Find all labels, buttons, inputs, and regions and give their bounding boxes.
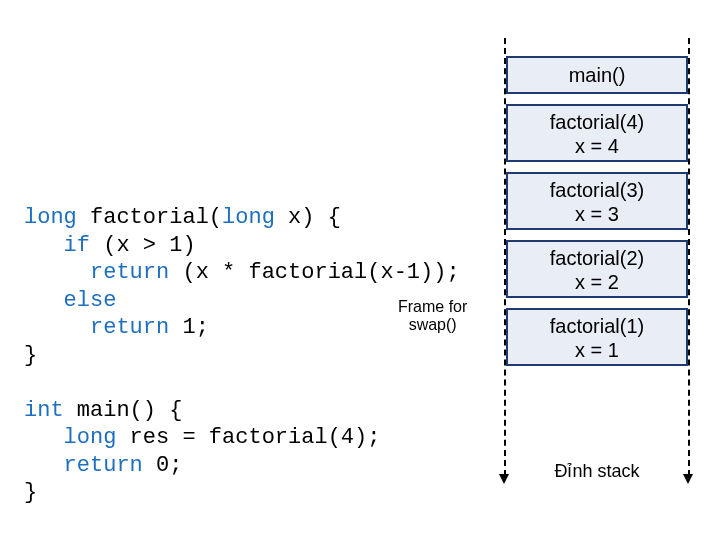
stack-guide-right — [688, 38, 690, 476]
kw-long-res: long — [64, 425, 117, 450]
kw-long: long — [24, 205, 77, 230]
kw-else: else — [64, 288, 117, 313]
code-listing: long factorial(long x) { if (x > 1) retu… — [24, 204, 460, 507]
stack-frame-f3: factorial(3) x = 3 — [506, 172, 688, 230]
kw-if: if — [64, 233, 90, 258]
kw-int: int — [24, 398, 64, 423]
frame-label: factorial(3) — [550, 179, 644, 201]
kw-return-3: return — [64, 453, 143, 478]
annot-line2: swap() — [409, 316, 457, 333]
frame-annotation: Frame for swap() — [398, 298, 467, 335]
frame-var: x = 2 — [508, 270, 686, 294]
frame-label: factorial(4) — [550, 111, 644, 133]
stack-frame-f4: factorial(4) x = 4 — [506, 104, 688, 162]
frame-var: x = 3 — [508, 202, 686, 226]
frame-label: factorial(2) — [550, 247, 644, 269]
stack-frame-f2: factorial(2) x = 2 — [506, 240, 688, 298]
kw-return-1: return — [90, 260, 169, 285]
kw-long-param: long — [222, 205, 275, 230]
call-stack: main() factorial(4) x = 4 factorial(3) x… — [506, 56, 688, 366]
frame-label: main() — [569, 64, 626, 86]
frame-var: x = 1 — [508, 338, 686, 362]
kw-return-2: return — [90, 315, 169, 340]
stack-bottom-label: Đỉnh stack — [506, 460, 688, 482]
frame-label: factorial(1) — [550, 315, 644, 337]
stack-frame-f1: factorial(1) x = 1 — [506, 308, 688, 366]
frame-var: x = 4 — [508, 134, 686, 158]
stack-frame-main: main() — [506, 56, 688, 94]
annot-line1: Frame for — [398, 298, 467, 315]
